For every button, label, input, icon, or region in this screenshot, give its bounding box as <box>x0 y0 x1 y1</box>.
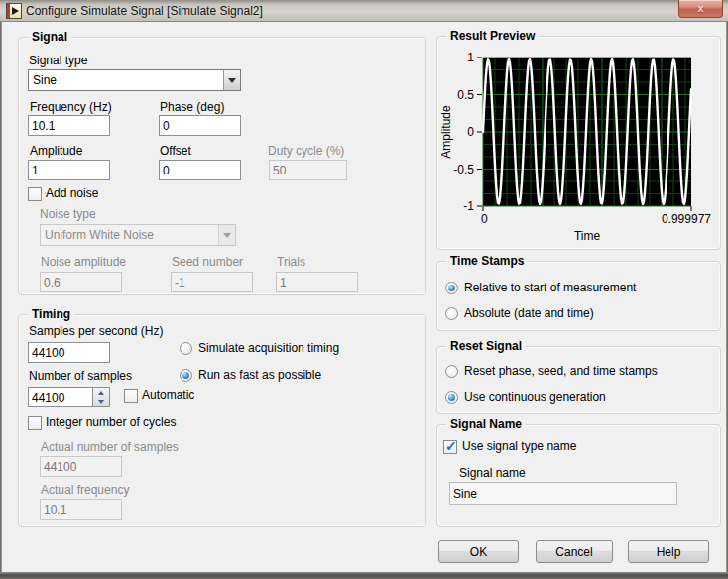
svg-text:1: 1 <box>467 51 474 64</box>
continuous-generation-label: Use continuous generation <box>464 390 606 404</box>
offset-label: Offset <box>160 144 191 158</box>
chevron-down-icon[interactable] <box>223 70 240 90</box>
reset-signal-group: Reset Signal <box>436 346 721 414</box>
help-button[interactable]: Help <box>628 540 709 563</box>
noise-amplitude-field <box>40 272 122 292</box>
automatic-label: Automatic <box>142 388 194 402</box>
simulate-acquisition-timing-label: Simulate acquisition timing <box>198 341 339 355</box>
use-signal-type-name-checkbox[interactable] <box>443 440 457 454</box>
amplitude-field[interactable] <box>28 160 110 180</box>
svg-text:0: 0 <box>467 125 474 139</box>
use-signal-type-name-label: Use signal type name <box>462 439 576 453</box>
configure-simulate-signal-dialog: Configure Simulate Signal [Simulate Sign… <box>0 0 728 579</box>
number-of-samples-stepper[interactable] <box>28 387 110 407</box>
trials-label: Trials <box>277 255 305 269</box>
seed-number-field <box>171 272 253 292</box>
svg-text:0.999977: 0.999977 <box>662 212 711 226</box>
integer-cycles-checkbox[interactable] <box>28 416 42 430</box>
integer-cycles-label: Integer number of cycles <box>46 415 176 429</box>
signal-name-label: Signal name <box>459 466 526 480</box>
automatic-checkbox[interactable] <box>124 389 138 403</box>
simulate-acquisition-timing-radio[interactable] <box>180 342 192 355</box>
seed-number-label: Seed number <box>172 255 243 269</box>
noise-type-dropdown: Uniform White Noise <box>40 224 236 246</box>
amplitude-label: Amplitude <box>30 144 82 158</box>
noise-amplitude-label: Noise amplitude <box>41 255 126 269</box>
reset-signal-title: Reset Signal <box>446 339 526 353</box>
close-icon[interactable]: x <box>678 0 723 18</box>
chevron-down-icon <box>218 225 235 245</box>
signal-type-label: Signal type <box>29 54 87 67</box>
svg-text:0.5: 0.5 <box>457 88 474 102</box>
run-as-fast-as-possible-radio[interactable] <box>180 369 192 382</box>
window-border-bottom <box>0 572 728 579</box>
duty-cycle-label: Duty cycle (%) <box>268 144 344 158</box>
relative-to-start-radio[interactable] <box>445 282 458 294</box>
signal-type-dropdown[interactable]: Sine <box>28 69 241 91</box>
relative-to-start-label: Relative to start of measurement <box>464 281 636 294</box>
frequency-label: Frequency (Hz) <box>30 100 112 114</box>
svg-text:Time: Time <box>574 229 601 243</box>
window-border-left <box>0 22 2 573</box>
phase-field[interactable] <box>159 115 241 136</box>
timing-group-title: Timing <box>28 307 74 321</box>
reset-phase-label: Reset phase, seed, and time stamps <box>464 364 658 378</box>
spinner-buttons[interactable] <box>93 387 110 407</box>
reset-phase-radio[interactable] <box>445 365 458 378</box>
ok-button[interactable]: OK <box>438 540 519 563</box>
title-bar[interactable]: Configure Simulate Signal [Simulate Sign… <box>0 0 728 22</box>
noise-type-value: Uniform White Noise <box>41 228 218 242</box>
svg-text:-1: -1 <box>463 199 474 213</box>
samples-per-second-label: Samples per second (Hz) <box>29 324 163 338</box>
signal-name-title: Signal Name <box>446 417 526 431</box>
absolute-time-label: Absolute (date and time) <box>464 306 594 320</box>
add-noise-checkbox[interactable] <box>28 187 42 201</box>
samples-per-second-field[interactable] <box>28 342 110 363</box>
trials-field <box>276 272 358 292</box>
actual-samples-field <box>40 456 122 477</box>
continuous-generation-radio[interactable] <box>445 391 458 404</box>
offset-field[interactable] <box>159 160 241 180</box>
signal-group-title: Signal <box>28 30 71 44</box>
actual-frequency-field <box>40 499 122 520</box>
spin-up-icon[interactable] <box>93 388 109 398</box>
result-preview-chart: 10.50-0.5-100.999977TimeAmplitude <box>436 40 726 246</box>
svg-text:Amplitude: Amplitude <box>439 105 453 159</box>
time-stamps-title: Time Stamps <box>446 254 528 268</box>
actual-frequency-label: Actual frequency <box>41 483 129 497</box>
phase-label: Phase (deg) <box>160 100 224 114</box>
noise-type-label: Noise type <box>40 207 96 221</box>
actual-samples-label: Actual number of samples <box>41 440 179 454</box>
duty-cycle-field <box>269 160 347 180</box>
spin-down-icon[interactable] <box>93 398 109 407</box>
window-title: Configure Simulate Signal [Simulate Sign… <box>26 4 263 18</box>
number-of-samples-label: Number of samples <box>29 369 132 383</box>
signal-type-value: Sine <box>29 73 223 87</box>
cancel-button[interactable]: Cancel <box>536 540 613 563</box>
svg-text:0: 0 <box>481 212 488 226</box>
frequency-field[interactable] <box>28 115 110 136</box>
time-stamps-group: Time Stamps <box>436 261 721 331</box>
add-noise-label: Add noise <box>46 186 98 200</box>
svg-text:-0.5: -0.5 <box>453 163 474 176</box>
signal-name-field[interactable] <box>449 482 677 505</box>
run-as-fast-as-possible-label: Run as fast as possible <box>198 368 321 382</box>
labview-vi-icon <box>6 3 22 19</box>
absolute-time-radio[interactable] <box>445 307 458 320</box>
number-of-samples-field[interactable] <box>28 387 93 407</box>
